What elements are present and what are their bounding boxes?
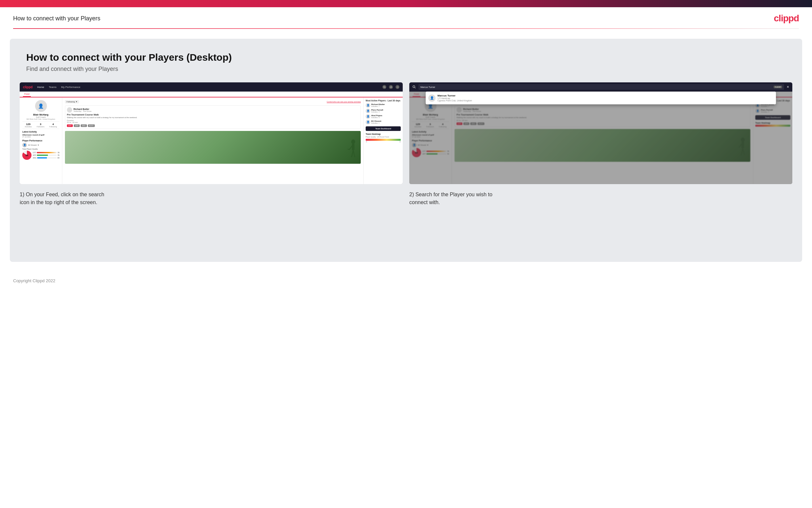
mini-nav-performance[interactable]: My Performance — [61, 86, 80, 89]
main-content: How to connect with your Players (Deskto… — [10, 39, 802, 262]
team-dashboard-button[interactable]: Team Dashboard — [366, 126, 401, 131]
hero-subtitle: Find and connect with your Players — [26, 66, 786, 73]
svg-line-10 — [348, 149, 349, 150]
activity-header: Richard Butler Yesterday · The Grove — [67, 107, 359, 113]
mini-right-panel: Most Active Players - Last 30 days 👤 Ric… — [363, 97, 403, 184]
tag-ott: OTT — [67, 124, 73, 127]
search-result-item[interactable]: 👤 Marcus Turner 1-5 Handicap Cypress Poi… — [428, 94, 773, 102]
search-icon[interactable] — [382, 85, 386, 89]
player-avatar-3: 👤 — [366, 120, 370, 124]
caption-text-2: 2) Search for the Player you wish toconn… — [409, 190, 792, 206]
player-acts-2: Activities: 3 — [371, 117, 382, 119]
stat-followers: 3 Followers — [37, 123, 45, 128]
heatmap-bar — [366, 139, 401, 141]
player-acts-1: Activities: 4 — [371, 111, 383, 113]
profile-avatar: 👤 — [35, 100, 47, 112]
hero-title: How to connect with your Players (Deskto… — [26, 52, 786, 63]
latest-activity-date: 27 Jul 2022 — [22, 136, 59, 138]
mini-nav-home[interactable]: Home — [37, 86, 44, 89]
activity-name: Richard Butler — [74, 108, 92, 110]
copyright: Copyright Clippd 2022 — [13, 278, 55, 283]
profile-club: Mill Ride Golf Club, United Kingdom — [22, 118, 59, 120]
search-result-name: Marcus Turner — [437, 94, 472, 97]
activity-time: 02 hr : 00 min — [67, 121, 359, 123]
golfer-svg — [348, 139, 359, 164]
caption-section: 1) On your Feed, click on the searchicon… — [10, 184, 802, 206]
app-screenshot-2: clippd Home Teams My Performance Feed 👤 … — [409, 82, 792, 184]
mini-nav-icons — [382, 85, 399, 89]
control-link[interactable]: Control who can see your activity and da… — [327, 101, 361, 103]
following-row: Following ▼ Control who can see your act… — [65, 100, 361, 103]
heatmap-sub: Player Quality · 20 Round Trend — [366, 136, 401, 138]
most-active-title: Most Active Players - Last 30 days — [366, 99, 401, 102]
svg-line-17 — [415, 88, 416, 89]
player-performance-row: 👤 Eli Vincent ▼ — [22, 143, 59, 147]
search-icon-overlay — [413, 85, 416, 89]
following-button[interactable]: Following ▼ — [65, 100, 79, 103]
caption-text-1: 1) On your Feed, click on the searchicon… — [20, 190, 403, 206]
header-divider — [13, 28, 799, 29]
quality-circle: 84 — [22, 151, 32, 160]
svg-point-5 — [351, 139, 355, 144]
player-avatar-1: 👤 — [366, 109, 370, 113]
mini-left-sidebar: 👤 Blair McHarg Golf Coach Mill Ride Golf… — [20, 97, 62, 184]
screenshot-block-2: clippd Home Teams My Performance Feed 👤 … — [409, 82, 792, 184]
player-avatar-0: 👤 — [366, 103, 370, 108]
player-perf-name[interactable]: Eli Vincent ▼ — [28, 144, 39, 146]
latest-activity-label: Latest Activity — [22, 131, 59, 133]
activity-desc: Walking the course with my coach to buil… — [67, 117, 359, 119]
mini-nav-teams[interactable]: Teams — [49, 86, 57, 89]
tag-putt: PUTT — [88, 124, 95, 127]
svg-line-8 — [353, 150, 355, 157]
tag-arg: ARG — [81, 124, 87, 127]
caption-block-2: 2) Search for the Player you wish toconn… — [409, 190, 792, 206]
svg-line-9 — [349, 146, 352, 150]
tag-app: APP — [74, 124, 80, 127]
hero-section: How to connect with your Players (Deskto… — [10, 39, 802, 82]
svg-point-4 — [396, 86, 398, 88]
caption-row: 1) On your Feed, click on the searchicon… — [20, 190, 792, 206]
app-screenshot-1: clippd Home Teams My Performance — [20, 82, 403, 184]
screenshots-row: clippd Home Teams My Performance — [10, 82, 802, 184]
mini-center-feed: Following ▼ Control who can see your act… — [62, 97, 363, 184]
caption-block-1: 1) On your Feed, click on the searchicon… — [20, 190, 403, 206]
search-results-dropdown: 👤 Marcus Turner 1-5 Handicap Cypress Poi… — [426, 92, 776, 104]
player-perf-avatar: 👤 — [22, 143, 27, 147]
mini-nav-1: clippd Home Teams My Performance — [20, 82, 403, 92]
search-query: Marcus Turner — [420, 86, 772, 88]
heatmap-labels: -5 +5 — [366, 141, 401, 143]
stat-following: 4 Following — [49, 123, 57, 128]
screenshot-frame-2: clippd Home Teams My Performance Feed 👤 … — [409, 82, 792, 184]
total-quality-row: Total Player Quality — [22, 148, 59, 150]
top-bar — [0, 0, 812, 7]
page-title: How to connect with your Players — [13, 15, 100, 22]
header: How to connect with your Players clippd — [0, 7, 812, 28]
player-row-1: 👤 Piers Parnell Activities: 4 — [366, 109, 401, 113]
search-clear-button[interactable]: CLEAR — [774, 86, 782, 88]
golf-image — [65, 131, 361, 164]
activity-card: Richard Butler Yesterday · The Grove Pre… — [65, 105, 361, 129]
player-performance-label: Player Performance — [22, 139, 59, 142]
search-close-button[interactable]: × — [787, 85, 789, 89]
svg-point-16 — [413, 86, 415, 88]
settings-icon[interactable] — [395, 85, 399, 89]
mini-tab-feed[interactable]: Feed — [23, 92, 31, 97]
activity-tags: OTT APP ARG PUTT — [67, 124, 359, 127]
mini-body-1: 👤 Blair McHarg Golf Coach Mill Ride Golf… — [20, 97, 403, 184]
screenshot-frame-1: clippd Home Teams My Performance — [20, 82, 403, 184]
logo: clippd — [774, 13, 799, 24]
svg-point-0 — [383, 86, 385, 87]
profile-name: Blair McHarg — [22, 113, 59, 116]
player-row-0: 👤 Richard Butler Activities: 7 — [366, 103, 401, 108]
player-avatar-2: 👤 — [366, 114, 370, 119]
player-row-2: 👤 Hiral Pujara Activities: 3 — [366, 114, 401, 119]
profile-icon[interactable] — [389, 85, 393, 89]
search-result-handicap: 1-5 Handicap — [437, 97, 472, 99]
search-result-avatar: 👤 — [428, 94, 435, 102]
stat-activities: 129 Activities — [25, 123, 32, 128]
svg-rect-6 — [352, 144, 354, 150]
search-result-club: Cypress Point Club, United Kingdom — [437, 99, 472, 102]
search-input-mock[interactable]: Marcus Turner CLEAR — [419, 84, 784, 90]
player-acts-3: Activities: 1 — [371, 122, 381, 124]
screenshot-block-1: clippd Home Teams My Performance — [20, 82, 403, 184]
